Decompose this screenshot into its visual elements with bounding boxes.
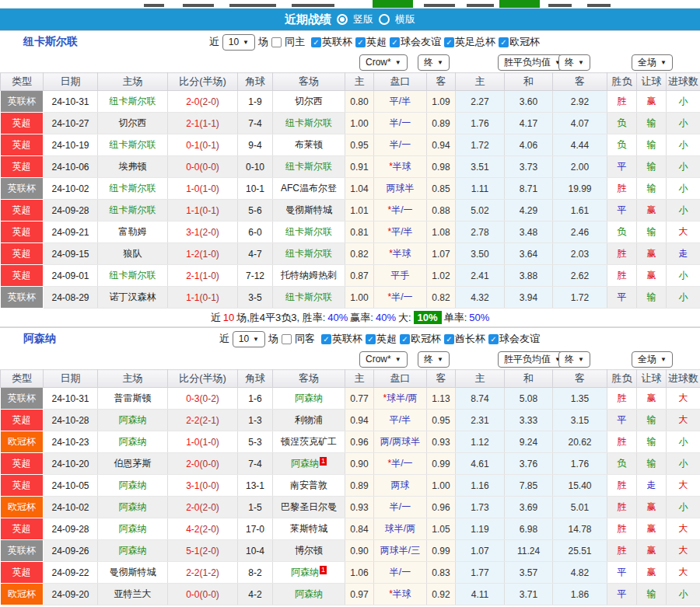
league-badge: 英超 xyxy=(1,243,44,265)
near-label: 近 xyxy=(209,35,219,49)
team-link[interactable]: 纽卡斯尔联 xyxy=(110,270,156,281)
odds-select-4[interactable]: 全场▼ xyxy=(632,351,673,368)
team-link[interactable]: 巴黎圣日尔曼 xyxy=(281,501,337,512)
cell-asian-home-odds: 1.00 xyxy=(345,113,374,134)
league-badge: 英联杯 xyxy=(1,91,44,113)
cell-home-team: 狼队 xyxy=(98,243,168,265)
team-link[interactable]: 伯恩茅斯 xyxy=(114,458,152,469)
team-link[interactable]: 利物浦 xyxy=(295,414,323,425)
team-link[interactable]: 阿森纳 xyxy=(119,523,147,534)
team-link[interactable]: 纽卡斯尔联 xyxy=(110,96,156,106)
cell-score: 2-2(1-2) xyxy=(168,562,238,584)
team-link[interactable]: 博尔顿 xyxy=(295,545,323,556)
team-link[interactable]: 纽卡斯尔联 xyxy=(110,183,156,194)
league-badge: 英联杯 xyxy=(1,540,44,562)
team-link[interactable]: 阿森纳 xyxy=(119,436,147,447)
odds-select-1[interactable]: 终▼ xyxy=(418,351,450,368)
vertical-layout-label[interactable]: 竖版 xyxy=(353,12,373,26)
odds-select-4[interactable]: 全场▼ xyxy=(632,54,673,71)
horizontal-layout-radio[interactable] xyxy=(379,14,390,25)
cell-asian-home-odds: 0.91 xyxy=(345,156,374,178)
match-count-select[interactable]: 10▼ xyxy=(222,34,255,51)
team-link[interactable]: 托特纳姆热刺 xyxy=(281,270,337,281)
odds-select-0[interactable]: Crow*▼ xyxy=(359,351,408,368)
team-link[interactable]: 普雷斯顿 xyxy=(114,392,152,403)
team-link[interactable]: 阿森纳 xyxy=(119,480,147,490)
team-link[interactable]: 纽卡斯尔联 xyxy=(285,161,332,172)
league-checkbox[interactable]: ✓ xyxy=(355,37,366,47)
league-checkbox[interactable]: ✓ xyxy=(444,334,454,344)
team-link[interactable]: 莱斯特城 xyxy=(290,523,327,534)
cell-date: 24-09-15 xyxy=(44,243,98,265)
league-checkbox[interactable]: ✓ xyxy=(488,334,499,344)
team-link[interactable]: 顿涅茨克矿工 xyxy=(281,436,337,447)
team-link[interactable]: 阿森纳 xyxy=(119,545,147,556)
match-count-select[interactable]: 10▼ xyxy=(233,331,265,347)
cell-handicap-result: 输 xyxy=(637,453,667,475)
team-link[interactable]: 纽卡斯尔联 xyxy=(110,139,156,150)
league-checkbox[interactable]: ✓ xyxy=(311,37,321,47)
cell-handicap: 两球半/三 xyxy=(374,540,427,562)
league-badge: 欧冠杯 xyxy=(1,584,44,605)
team-link[interactable]: 阿森纳 xyxy=(291,458,319,469)
cell-home-team: 纽卡斯尔联 xyxy=(98,200,168,222)
team-link[interactable]: 纽卡斯尔联 xyxy=(285,117,332,128)
team-link[interactable]: 阿森纳 xyxy=(291,567,319,577)
odds-select-3[interactable]: 终▼ xyxy=(558,54,590,71)
team-link[interactable]: 富勒姆 xyxy=(119,226,147,237)
league-badge: 英超 xyxy=(1,562,44,584)
team-link[interactable]: 纽卡斯尔联 xyxy=(285,248,332,259)
team-link[interactable]: 切尔西 xyxy=(119,117,147,128)
cell-away-team: 纽卡斯尔联 xyxy=(273,287,345,309)
league-checkbox[interactable]: ✓ xyxy=(499,37,509,47)
league-checkbox[interactable]: ✓ xyxy=(390,37,400,47)
cell-handicap-result: 赢 xyxy=(637,562,667,584)
odds-select-2[interactable]: 胜平负均值▼ xyxy=(498,54,567,71)
cell-home-team: 埃弗顿 xyxy=(98,156,168,178)
team-link[interactable]: 曼彻斯特城 xyxy=(110,567,156,577)
team-link[interactable]: AFC温布尔登 xyxy=(281,183,337,194)
cell-euro-draw-odds: 11.24 xyxy=(505,540,553,562)
horizontal-layout-label[interactable]: 横版 xyxy=(395,12,415,26)
cell-result: 胜 xyxy=(607,497,637,518)
cell-result: 平 xyxy=(607,562,637,584)
cell-euro-home-odds: 4.11 xyxy=(456,584,505,605)
team-link[interactable]: 纽卡斯尔联 xyxy=(285,291,332,302)
team-link[interactable]: 阿森纳 xyxy=(295,588,323,599)
odds-select-2[interactable]: 胜平负均值▼ xyxy=(498,351,567,368)
team-link[interactable]: 纽卡斯尔联 xyxy=(285,226,332,237)
cell-date: 24-10-27 xyxy=(44,113,98,134)
same-venue-checkbox[interactable] xyxy=(282,334,292,344)
cell-away-team: 纽卡斯尔联 xyxy=(273,243,345,265)
odds-select-3[interactable]: 终▼ xyxy=(558,351,590,368)
cell-home-team: 曼彻斯特城 xyxy=(98,562,168,584)
match-row: 欧冠杯24-10-02阿森纳2-0(2-0)1-5巴黎圣日尔曼0.93半/一0.… xyxy=(1,497,700,518)
odds-select-0[interactable]: Crow*▼ xyxy=(359,54,408,71)
team-link[interactable]: 布莱顿 xyxy=(295,139,323,150)
team-link[interactable]: 纽卡斯尔联 xyxy=(110,204,156,215)
cell-asian-home-odds: 0.89 xyxy=(345,475,374,497)
team-link[interactable]: 曼彻斯特城 xyxy=(285,204,332,215)
league-checkbox[interactable]: ✓ xyxy=(321,334,331,344)
team-link[interactable]: 阿森纳 xyxy=(119,414,147,425)
odds-select-1[interactable]: 终▼ xyxy=(418,54,450,71)
handicap-value: 半球 xyxy=(393,588,411,599)
team-link[interactable]: 狼队 xyxy=(124,248,142,259)
team-link[interactable]: 阿森纳 xyxy=(295,392,323,403)
fulltime-score: 2-1 xyxy=(186,270,199,281)
cell-corners: 1-6 xyxy=(238,388,273,410)
vertical-layout-radio[interactable] xyxy=(337,14,348,25)
same-venue-checkbox[interactable] xyxy=(271,37,282,47)
team-link[interactable]: 南安普敦 xyxy=(290,480,327,490)
chevron-down-icon: ▼ xyxy=(578,55,584,70)
team-link[interactable]: 埃弗顿 xyxy=(119,161,147,172)
halftime-score: (1-0) xyxy=(200,437,219,448)
team-link[interactable]: 阿森纳 xyxy=(119,501,147,512)
league-checkbox[interactable]: ✓ xyxy=(444,37,454,47)
cell-result: 平 xyxy=(607,410,637,431)
team-link[interactable]: 诺丁汉森林 xyxy=(110,291,156,302)
league-checkbox[interactable]: ✓ xyxy=(366,334,376,344)
team-link[interactable]: 亚特兰大 xyxy=(114,588,152,599)
team-link[interactable]: 切尔西 xyxy=(295,96,323,106)
league-checkbox[interactable]: ✓ xyxy=(400,334,410,344)
